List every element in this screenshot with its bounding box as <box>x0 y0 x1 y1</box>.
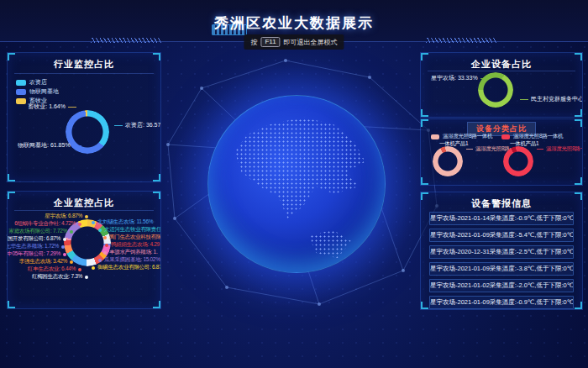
leader-line <box>480 78 491 79</box>
chart-label-text: 民主村党群服务中心 <box>531 95 583 103</box>
chart-label-text: 陶门生态农业科技有限公 <box>109 234 161 241</box>
series-dot <box>70 230 73 234</box>
chart-label: 畜牧业: 1.64% <box>28 103 76 111</box>
legend-item: 温湿度光照8路一体机 <box>431 133 492 140</box>
chart-label: 星宇农场: 33.33% <box>431 74 491 82</box>
chart-label-text: 6组蜗牛专业合作社: 4.72% <box>14 220 76 228</box>
chart-label: 鸭姐姐生态农场: 4.29 <box>105 241 160 249</box>
leader-line <box>537 149 543 150</box>
industry-panel-title: 行业监控占比 <box>8 58 160 71</box>
chart-label-text: 星宇农场: 33.33% <box>431 74 478 82</box>
chart-label-text: 温湿度光照8路一 <box>546 145 583 153</box>
alarm-row: 星宇农场-2021-01-09采集温度:-3.8℃,低于下限:0℃ <box>429 262 574 276</box>
leader-line <box>114 125 123 126</box>
chart-label: 陶门生态农业科技有限公 <box>103 234 161 241</box>
legend-label: 温湿度光照8路一体机 <box>443 133 492 140</box>
chart-label: 北刘锡生态农场: 11.56% <box>92 218 153 226</box>
globe <box>207 95 386 273</box>
chart-label-text: 物联网基地: 61.85% <box>18 141 71 150</box>
globe-islands-dots <box>306 230 352 259</box>
chart-label: 丰源水产饲养殖场: 1. <box>103 249 157 256</box>
series-dot <box>98 259 102 262</box>
chart-label: 中05年有限公司: 7.29% <box>7 250 66 258</box>
chart-label: 农资店: 36.57% <box>114 121 161 129</box>
device-class-panel: 设备分类占比 温湿度光照8路一体机 一体机产品1 温湿度光照8路一 温湿度光照8… <box>420 118 583 186</box>
chart-label-text: 鸭姐姐生态农场: 4.29 <box>111 241 160 249</box>
chart-label: 6组蜗牛专业合作社: 4.72% <box>14 220 81 228</box>
f11-key-badge: F11 <box>260 37 280 47</box>
chart-label-text: 李强生态农场: 3.42% <box>19 258 67 265</box>
divider <box>428 71 575 71</box>
series-dot <box>61 245 65 249</box>
series-dot <box>63 238 66 241</box>
alarm-row: 星宇农场-2021-01-09采集温度:-5.4℃,低于下限:0℃ <box>429 229 574 242</box>
series-dot <box>78 223 81 226</box>
chart-label: 红梅园生态农业: 7.3% <box>32 273 88 281</box>
device-class-left-donut-chart <box>433 146 463 176</box>
legend-item: 物联网基地 <box>16 87 59 96</box>
leader-line <box>520 99 528 100</box>
alarm-panel: 设备警报信息 星宇农场-2021-01-14采集温度:-0.9℃,低于下限:0℃… <box>420 192 583 310</box>
device-class-right-donut-chart <box>503 146 533 176</box>
device-panel: 企业设备占比 星宇农场: 33.33% 民主村党群服务中心 <box>420 52 583 118</box>
chart-label: 温湿度光照8路一 <box>537 145 583 153</box>
chart-label-text: 中05年有限公司: 7.29% <box>7 250 60 258</box>
chart-label-text: 星宇农场: 6.87% <box>45 213 82 220</box>
alarm-row: 星宇农场-2021-01-14采集温度:-0.9℃,低于下限:0℃ <box>429 212 574 225</box>
header-hatch-left <box>91 38 162 43</box>
chart-label: 家庭农场有限公司: 7.72% <box>8 228 73 235</box>
chart-label: 民主村党群服务中心 <box>520 95 583 103</box>
chart-label: 大运河生态牧业有限责任公 <box>98 226 161 234</box>
legend-swatch <box>16 80 26 86</box>
legend-item: 农资店 <box>16 78 47 87</box>
series-dot <box>103 251 107 255</box>
series-dot <box>85 215 88 218</box>
chart-label-text: 红丰生态农业: 6.44% <box>28 265 76 273</box>
alarm-row: 星宇农场-2021-01-09采集温度:-0.9℃,低于下限:0℃ <box>429 296 574 309</box>
chart-label-text: 红梅园生态农业: 7.3% <box>32 273 82 281</box>
leader-line <box>68 107 76 108</box>
series-dot <box>98 229 102 232</box>
chart-label-text: 农资店: 36.57% <box>125 121 161 129</box>
leader-line <box>73 145 81 146</box>
leader-line <box>466 149 473 150</box>
chart-label-text: 北刘锡生态农场: 11.56% <box>97 218 153 226</box>
legend-item: 温湿度光照8路一体机 <box>501 133 563 140</box>
header-hatch-right <box>426 38 497 43</box>
enterprise-panel-title: 企业监控占比 <box>8 197 160 209</box>
chart-label-text: 瓜果采摘园基地: 15.02% <box>104 256 160 264</box>
fullscreen-tip: 按 F11 即可退出全屏模式 <box>244 34 344 50</box>
series-dot <box>103 236 107 239</box>
legend-label: 物联网基地 <box>29 87 59 96</box>
legend-swatch <box>16 89 26 95</box>
chart-label: 国开发有限公司: 6.87% <box>8 235 66 243</box>
chart-label: 李强生态农场: 3.42% <box>19 258 73 265</box>
chart-label-text: 丰源水产饲养殖场: 1. <box>109 249 157 256</box>
chart-label-text: 畜牧业: 1.64% <box>28 103 66 111</box>
series-dot <box>92 221 95 224</box>
series-dot <box>105 244 108 247</box>
series-dot <box>63 253 66 256</box>
fullscreen-tip-suffix: 即可退出全屏模式 <box>284 38 338 47</box>
series-dot <box>70 260 73 264</box>
device-panel-title: 企业设备占比 <box>421 58 582 71</box>
series-dot <box>78 268 81 271</box>
page-title: 秀洲区农业大数据展示 <box>0 13 588 33</box>
chart-label-text: 家庭农场有限公司: 7.72% <box>8 228 67 235</box>
chart-label: 瓜果采摘园基地: 15.02% <box>98 256 160 264</box>
fullscreen-tip-prefix: 按 <box>250 38 257 47</box>
legend-label: 温湿度光照8路一体机 <box>513 133 563 140</box>
alarm-panel-title: 设备警报信息 <box>421 197 582 210</box>
chart-label-text: 御碗生态农业有限公司: 6.87% <box>97 264 161 271</box>
chart-label: 七华生态养殖场: 1.72% <box>7 243 65 250</box>
industry-panel: 行业监控占比 农资店 物联网基地 畜牧业 畜牧业: 1.64% 农资店: 36.… <box>7 52 161 182</box>
chart-label: 星宇农场: 6.87% <box>45 213 88 220</box>
globe-continent-dots <box>223 110 378 234</box>
enterprise-panel: 企业监控占比 星宇农场: 6.87% 6组蜗牛专业合作社: 4.72% 家庭农场… <box>7 191 161 309</box>
chart-label-text: 大运河生态牧业有限责任公 <box>104 226 161 234</box>
legend-label: 农资店 <box>29 78 47 87</box>
alarm-row: 星宇农场-2020-12-31采集温度:-2.5℃,低于下限:0℃ <box>429 245 574 259</box>
chart-label-text: 七华生态养殖场: 1.72% <box>7 243 59 250</box>
chart-label: 红丰生态农业: 6.44% <box>28 265 81 273</box>
chart-label: 御碗生态农业有限公司: 6.87% <box>92 264 161 271</box>
